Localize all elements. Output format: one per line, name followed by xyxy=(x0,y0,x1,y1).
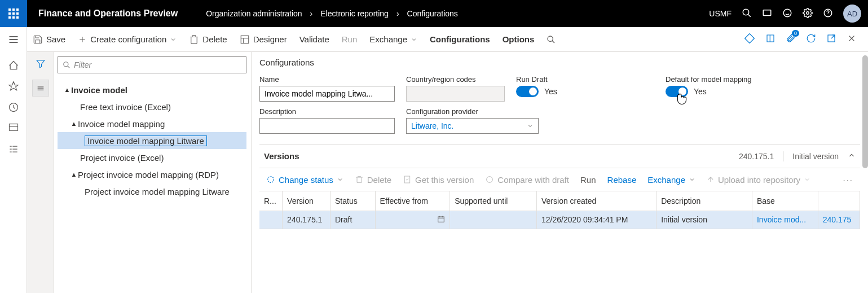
configuration-tree: ▲Invoice model Free text invoice (Excel)… xyxy=(58,81,246,200)
delete-button[interactable]: Delete xyxy=(189,34,227,45)
svg-point-11 xyxy=(783,9,791,17)
exchange-button[interactable]: Exchange xyxy=(369,34,417,44)
modules-icon[interactable] xyxy=(8,143,19,156)
version-run-button[interactable]: Run xyxy=(580,175,596,185)
svg-rect-0 xyxy=(8,8,11,11)
tree-node[interactable]: ▲Project invoice model mapping (RDP) xyxy=(58,166,246,183)
tree-filter-input[interactable] xyxy=(74,60,241,69)
svg-point-15 xyxy=(548,36,553,41)
defaultmm-toggle[interactable]: Yes xyxy=(666,86,804,97)
grid-header-row: R... Version Status Effective from Suppo… xyxy=(259,191,860,211)
cell-basever[interactable]: 240.175 xyxy=(818,211,860,229)
user-avatar[interactable]: AD xyxy=(843,5,861,23)
company-picker[interactable]: USMF xyxy=(709,9,732,18)
favorites-icon[interactable] xyxy=(8,81,19,94)
feedback-icon[interactable] xyxy=(782,8,792,20)
tree-node[interactable]: Free text invoice (Excel) xyxy=(58,98,246,115)
grid-row[interactable]: 240.175.1 Draft 12/26/2020 09:34:41 PM I… xyxy=(259,211,860,229)
attachments-button[interactable]: 0 xyxy=(786,33,796,45)
exchange-label: Exchange xyxy=(369,34,407,44)
designer-label: Designer xyxy=(253,34,287,44)
tree-node[interactable]: ▲Invoice model mapping xyxy=(58,115,246,132)
col-description[interactable]: Description xyxy=(656,191,752,211)
global-header: Finance and Operations Preview Organizat… xyxy=(0,0,868,27)
breadcrumb-item[interactable]: Electronic reporting xyxy=(320,9,389,18)
settings-icon[interactable] xyxy=(803,8,813,20)
tree-node[interactable]: Project invoice model mapping Litware xyxy=(58,183,246,200)
create-configuration-button[interactable]: Create configuration xyxy=(78,34,177,44)
popout-icon[interactable] xyxy=(826,33,836,45)
recent-icon[interactable] xyxy=(8,102,19,115)
tree-node[interactable]: Project invoice (Excel) xyxy=(58,149,246,166)
collapse-icon[interactable] xyxy=(848,151,856,161)
rebase-button[interactable]: Rebase xyxy=(607,175,637,185)
change-status-button[interactable]: Change status xyxy=(266,175,343,185)
name-input[interactable] xyxy=(259,86,395,102)
search-icon[interactable] xyxy=(742,8,752,20)
col-basever[interactable] xyxy=(818,191,860,211)
svg-point-19 xyxy=(64,62,68,67)
col-status[interactable]: Status xyxy=(330,191,375,211)
country-codes-input[interactable] xyxy=(406,86,505,102)
defaultmm-label: Default for model mapping xyxy=(666,75,804,84)
refresh-icon[interactable] xyxy=(806,33,816,45)
col-supported[interactable]: Supported until xyxy=(450,191,537,211)
close-icon[interactable] xyxy=(847,33,857,45)
app-title: Finance and Operations Preview xyxy=(27,8,189,19)
breadcrumb-item[interactable]: Configurations xyxy=(407,9,458,18)
filter-icon[interactable] xyxy=(36,59,46,71)
chevron-down-icon xyxy=(804,176,810,183)
overflow-button[interactable]: ··· xyxy=(843,175,853,185)
app-launcher-button[interactable] xyxy=(0,0,27,27)
svg-rect-7 xyxy=(12,16,15,19)
tree-node[interactable]: ▲Invoice model xyxy=(58,81,246,98)
diamond-icon[interactable] xyxy=(744,33,755,46)
run-button: Run xyxy=(342,34,358,44)
chevron-down-icon xyxy=(527,123,534,129)
svg-rect-18 xyxy=(9,124,17,131)
compare-button: Compare with draft xyxy=(485,175,569,185)
svg-rect-5 xyxy=(16,12,19,15)
calendar-icon[interactable] xyxy=(437,215,445,225)
rundraft-toggle[interactable]: Yes xyxy=(516,86,654,97)
versions-title: Versions xyxy=(264,151,299,161)
col-r[interactable]: R... xyxy=(259,191,283,211)
book-icon[interactable] xyxy=(765,33,776,45)
svg-point-9 xyxy=(743,9,749,15)
options-button[interactable]: Options xyxy=(503,34,535,44)
versions-summary-version: 240.175.1 xyxy=(739,152,774,161)
save-button[interactable]: Save xyxy=(33,34,65,45)
name-label: Name xyxy=(259,75,395,84)
defaultmm-value: Yes xyxy=(694,87,707,96)
scrollbar-thumb[interactable] xyxy=(862,55,868,168)
breadcrumb-item[interactable]: Organization administration xyxy=(206,9,302,18)
svg-rect-3 xyxy=(8,12,11,15)
version-exchange-button[interactable]: Exchange xyxy=(647,175,695,185)
cell-base[interactable]: Invoice mod... xyxy=(752,211,818,229)
delete-label: Delete xyxy=(202,34,227,44)
hamburger-button[interactable] xyxy=(0,27,27,52)
configurations-button[interactable]: Configurations xyxy=(430,34,490,44)
list-view-toggle[interactable] xyxy=(32,80,49,97)
help-icon[interactable] xyxy=(823,8,833,20)
svg-rect-2 xyxy=(16,8,19,11)
workspaces-icon[interactable] xyxy=(8,123,19,135)
versions-grid: R... Version Status Effective from Suppo… xyxy=(259,191,860,229)
validate-button[interactable]: Validate xyxy=(299,34,329,44)
find-button[interactable] xyxy=(547,35,556,44)
messages-icon[interactable] xyxy=(762,8,772,20)
home-icon[interactable] xyxy=(8,60,19,73)
col-version[interactable]: Version xyxy=(283,191,331,211)
designer-button[interactable]: Designer xyxy=(240,34,287,45)
rundraft-value: Yes xyxy=(544,87,557,96)
description-input[interactable] xyxy=(259,118,395,134)
provider-select[interactable]: Litware, Inc. xyxy=(406,118,539,134)
versions-summary-desc: Initial version xyxy=(792,152,839,161)
col-created[interactable]: Version created xyxy=(537,191,656,211)
tree-node-selected[interactable]: Invoice model mapping Litware xyxy=(58,132,246,149)
col-effective[interactable]: Effective from xyxy=(375,191,450,211)
tree-filter[interactable] xyxy=(58,56,246,73)
country-codes-label: Country/region codes xyxy=(406,75,505,84)
upload-repo-button: Upload into repository xyxy=(707,175,810,185)
col-base[interactable]: Base xyxy=(752,191,818,211)
